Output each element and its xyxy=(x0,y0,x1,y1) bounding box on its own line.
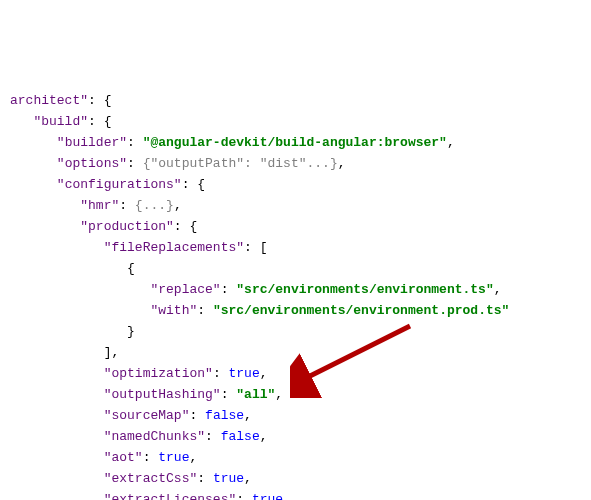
quote: " xyxy=(205,366,213,381)
quote: " xyxy=(57,156,65,171)
key-with: with xyxy=(158,303,189,318)
quote: " xyxy=(174,177,182,192)
colon: : xyxy=(189,408,205,423)
quote: " xyxy=(80,219,88,234)
colon: : xyxy=(182,177,198,192)
key-architect: architect xyxy=(10,93,80,108)
key-aot: aot xyxy=(111,450,134,465)
key-build: build xyxy=(41,114,80,129)
key-namedChunks: namedChunks xyxy=(111,429,197,444)
val-true: true xyxy=(213,471,244,486)
comma: , xyxy=(244,408,252,423)
quote: " xyxy=(80,198,88,213)
comma: , xyxy=(174,198,182,213)
comma: , xyxy=(283,492,291,500)
key-extractLicenses: extractLicenses xyxy=(111,492,228,500)
brace-open: { xyxy=(104,114,112,129)
key-replace: replace xyxy=(158,282,213,297)
quote: " xyxy=(119,135,127,150)
key-hmr: hmr xyxy=(88,198,111,213)
key-builder: builder xyxy=(65,135,120,150)
quote: " xyxy=(80,93,88,108)
colon: : xyxy=(174,219,190,234)
quote: " xyxy=(80,114,88,129)
val-false: false xyxy=(221,429,260,444)
key-production: production xyxy=(88,219,166,234)
comma: , xyxy=(111,345,119,360)
comma: , xyxy=(494,282,502,297)
val-builder: "@angular-devkit/build-angular:browser" xyxy=(143,135,447,150)
val-true: true xyxy=(158,450,189,465)
comma: , xyxy=(244,471,252,486)
comma: , xyxy=(260,366,268,381)
val-true: true xyxy=(228,366,259,381)
colon: : xyxy=(236,492,252,500)
val-false: false xyxy=(205,408,244,423)
brace-close: } xyxy=(127,324,135,339)
key-fileReplacements: fileReplacements xyxy=(111,240,236,255)
key-sourceMap: sourceMap xyxy=(111,408,181,423)
comma: , xyxy=(260,429,268,444)
colon: : xyxy=(88,93,104,108)
brace-open: { xyxy=(197,177,205,192)
quote: " xyxy=(135,450,143,465)
brace-open: { xyxy=(127,261,135,276)
key-optimization: optimization xyxy=(111,366,205,381)
val-all: "all" xyxy=(236,387,275,402)
key-configurations: configurations xyxy=(65,177,174,192)
options-collapsed: {"outputPath": "dist"...} xyxy=(143,156,338,171)
comma: , xyxy=(275,387,283,402)
quote: " xyxy=(213,282,221,297)
comma: , xyxy=(338,156,346,171)
quote: " xyxy=(166,219,174,234)
quote: " xyxy=(213,387,221,402)
colon: : xyxy=(197,303,213,318)
colon: : xyxy=(197,471,213,486)
hmr-collapsed: {...} xyxy=(135,198,174,213)
colon: : xyxy=(119,198,135,213)
key-outputHashing: outputHashing xyxy=(111,387,212,402)
quote: " xyxy=(119,156,127,171)
quote: " xyxy=(57,177,65,192)
bracket-open: [ xyxy=(260,240,268,255)
colon: : xyxy=(127,135,143,150)
colon: : xyxy=(244,240,260,255)
quote: " xyxy=(236,240,244,255)
code-block: architect": { "build": { "builder": "@an… xyxy=(10,90,581,500)
quote: " xyxy=(197,429,205,444)
comma: , xyxy=(447,135,455,150)
colon: : xyxy=(143,450,159,465)
colon: : xyxy=(205,429,221,444)
val-with: "src/environments/environment.prod.ts" xyxy=(213,303,509,318)
colon: : xyxy=(88,114,104,129)
brace-open: { xyxy=(189,219,197,234)
colon: : xyxy=(213,366,229,381)
quote: " xyxy=(57,135,65,150)
brace-open: { xyxy=(104,93,112,108)
key-extractCss: extractCss xyxy=(111,471,189,486)
colon: : xyxy=(127,156,143,171)
val-true: true xyxy=(252,492,283,500)
comma: , xyxy=(189,450,197,465)
val-replace: "src/environments/environment.ts" xyxy=(236,282,493,297)
colon: : xyxy=(221,387,237,402)
colon: : xyxy=(221,282,237,297)
key-options: options xyxy=(65,156,120,171)
